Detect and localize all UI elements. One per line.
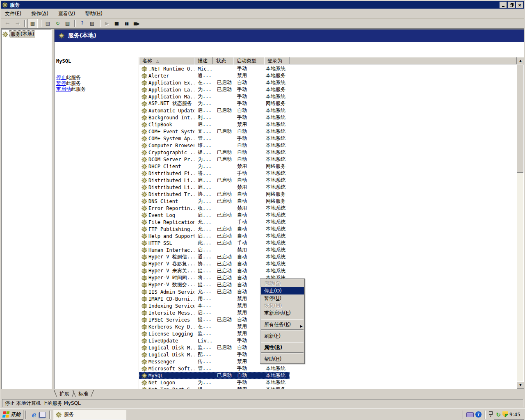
service-startup-type: 自动 xyxy=(233,226,264,233)
help-tray-icon[interactable]: ? xyxy=(474,411,482,419)
service-row[interactable]: HTTP SSL此...已启动手动本地系统 xyxy=(139,240,517,247)
service-row[interactable]: Intersite Mess...启...禁用本地系统 xyxy=(139,309,517,316)
menu-file[interactable]: 文件(F) xyxy=(1,9,25,18)
service-row[interactable]: Logical Disk M...监...已启动自动本地系统 xyxy=(139,344,517,351)
service-row[interactable]: LiveUpdateLiv...手动本地系统 xyxy=(139,337,517,344)
start-button[interactable]: 开始 xyxy=(1,410,23,420)
service-startup-type: 自动 xyxy=(233,372,264,379)
service-row[interactable]: Application Ma...为...手动本地系统 xyxy=(139,93,517,100)
show-hide-console-tree-button[interactable]: ▦ xyxy=(27,19,38,28)
service-row[interactable]: Net Logon为...手动本地系统 xyxy=(139,379,517,386)
scroll-up-button[interactable]: ▲ xyxy=(517,57,524,64)
tab-extended[interactable]: 扩展 xyxy=(54,390,75,397)
service-row[interactable]: IMAPI CD-Burni...用...禁用本地系统 xyxy=(139,295,517,302)
properties-button[interactable]: ▤ xyxy=(43,19,52,28)
menu-help[interactable]: 帮助(H) xyxy=(81,9,106,18)
service-row[interactable]: COM+ System Ap...管...手动本地系统 xyxy=(139,135,517,142)
stop-service-button[interactable]: ■ xyxy=(112,19,121,28)
menu-item-all-tasks[interactable]: 所有任务(K)▶ xyxy=(260,321,304,328)
service-row[interactable]: ASP.NET 状态服务为...手动网络服务 xyxy=(139,100,517,107)
service-row[interactable]: DHCP Client为...禁用网络服务 xyxy=(139,163,517,170)
internet-explorer-icon[interactable]: e xyxy=(29,410,38,419)
service-row[interactable]: Distributed Li...启...已启动自动本地系统 xyxy=(139,177,517,184)
column-header-startup-type[interactable]: 启动类型 xyxy=(233,57,264,64)
restart-service-button[interactable]: ■▶ xyxy=(132,19,141,28)
taskbar-app-button-services[interactable]: 服务 xyxy=(53,410,126,420)
update-arrows-icon[interactable]: ↻ xyxy=(496,412,501,418)
service-row[interactable]: Microsoft Soft...管...手动本地系统 xyxy=(139,365,517,372)
title-bar[interactable]: 服务 × xyxy=(1,1,524,9)
menu-item-stop[interactable]: 停止(O) xyxy=(261,287,304,294)
service-row[interactable]: Hyper-V 来宾关...提...已启动自动本地系统 xyxy=(139,267,517,274)
restart-service-link[interactable]: 重启动 xyxy=(56,86,71,92)
service-row[interactable]: Kerberos Key D...在...禁用本地系统 xyxy=(139,323,517,330)
service-row[interactable]: Help and Support启...已启动自动本地系统 xyxy=(139,233,517,240)
security-shield-icon[interactable] xyxy=(502,411,508,418)
service-row[interactable]: Computer Browser维...自动本地系统 xyxy=(139,142,517,149)
restore-button[interactable] xyxy=(508,2,515,8)
service-row[interactable]: Messenger传...禁用本地系统 xyxy=(139,358,517,365)
service-row[interactable]: .NET Runtime O...Mic...手动本地系统 xyxy=(139,65,517,72)
service-row[interactable]: Distributed Tr...协...已启动自动网络服务 xyxy=(139,191,517,198)
vertical-scrollbar[interactable]: ▲ ▼ xyxy=(517,57,523,389)
service-row[interactable]: Hyper-V 检测信...通...已启动自动本地系统 xyxy=(139,253,517,260)
safely-remove-hardware-icon[interactable] xyxy=(466,411,474,419)
help-button[interactable]: ? xyxy=(78,19,87,28)
service-row[interactable]: Automatic Updates启...已启动自动本地系统 xyxy=(139,107,517,114)
service-row[interactable]: Background Int...利...手动本地系统 xyxy=(139,114,517,121)
service-row-selected[interactable]: MySQL已启动自动本地系统 xyxy=(139,372,290,379)
service-row[interactable]: Distributed Li...启...禁用本地系统 xyxy=(139,184,517,191)
service-row[interactable]: Error Reportin...收...禁用本地系统 xyxy=(139,205,517,212)
service-row[interactable]: Indexing Service本...禁用本地系统 xyxy=(139,302,517,309)
service-row[interactable]: DCOM Server Pr...为...已启动自动本地系统 xyxy=(139,156,517,163)
column-header-name[interactable]: 名称△ xyxy=(139,57,194,64)
menu-item-refresh[interactable]: 刷新(F) xyxy=(260,332,304,340)
service-row[interactable]: Logical Disk M...配...手动本地系统 xyxy=(139,351,517,358)
service-row[interactable]: Application La...为...已启动手动本地服务 xyxy=(139,86,517,93)
service-row[interactable]: Hyper-V 数据交...提...已启动自动本地系统 xyxy=(139,281,517,288)
service-row[interactable]: Human Interfac...启...禁用本地系统 xyxy=(139,247,517,253)
service-row[interactable]: Hyper-V 时间同...将...已启动自动本地系统 xyxy=(139,274,517,281)
service-row[interactable]: License Logging监...禁用本地系统 xyxy=(139,330,517,337)
service-row[interactable]: Event Log启...已启动自动本地系统 xyxy=(139,212,517,219)
service-row[interactable]: DNS Client为...已启动自动网络服务 xyxy=(139,198,517,205)
scroll-down-button[interactable]: ▼ xyxy=(517,381,524,389)
stop-service-link[interactable]: 停止 xyxy=(56,75,66,80)
pause-service-button[interactable]: ▮▮ xyxy=(122,19,131,28)
service-row[interactable]: IPSEC Services提...已启动自动本地系统 xyxy=(139,316,517,323)
show-hide-button[interactable]: ▨ xyxy=(87,19,97,28)
tab-standard[interactable]: 标准 xyxy=(73,390,94,397)
service-row[interactable]: Alerter通...禁用本地服务 xyxy=(139,72,517,79)
service-row[interactable]: File Replication允...手动本地系统 xyxy=(139,219,517,226)
service-row[interactable]: IIS Admin Service允...已启动自动本地系统 xyxy=(139,288,517,295)
menu-action[interactable]: 操作(A) xyxy=(27,9,52,18)
service-row[interactable]: Application Ex...在...已启动自动本地系统 xyxy=(139,79,517,86)
export-list-button[interactable]: ▥ xyxy=(63,19,72,28)
menu-item-restart[interactable]: 重新启动(E) xyxy=(260,309,304,317)
tree-item-services-local[interactable]: 服务(本地) xyxy=(2,31,35,38)
service-row[interactable]: Net.Tcp Port S...提...禁用本地服务 xyxy=(139,386,517,389)
column-header-status[interactable]: 状态 xyxy=(213,57,233,64)
service-row[interactable]: Distributed Fi...将...手动本地系统 xyxy=(139,170,517,177)
service-row[interactable]: COM+ Event System支...已启动自动本地系统 xyxy=(139,128,517,135)
show-hidden-icons-button[interactable]: ▾ xyxy=(487,411,494,419)
menu-view[interactable]: 查看(V) xyxy=(55,9,79,18)
menu-item-pause[interactable]: 暂停(U) xyxy=(260,294,304,302)
service-row[interactable]: ClipBook启...禁用本地系统 xyxy=(139,121,517,128)
refresh-button[interactable]: ↻ xyxy=(53,19,62,28)
close-button[interactable]: × xyxy=(516,2,523,8)
column-header-log-on-as[interactable]: 登录为 xyxy=(264,57,290,64)
service-row[interactable]: Hyper-V 卷影复...协...已启动自动本地系统 xyxy=(139,260,517,267)
service-name: Microsoft Soft... xyxy=(148,366,194,372)
menu-item-help[interactable]: 帮助(H) xyxy=(260,355,304,363)
taskbar-divider2 xyxy=(49,411,51,419)
minimize-button[interactable] xyxy=(500,2,507,8)
service-name: Hyper-V 检测信... xyxy=(148,253,194,260)
service-row[interactable]: FTP Publishing...允...已启动自动本地系统 xyxy=(139,226,517,233)
service-row[interactable]: Cryptographic ...提...已启动自动本地系统 xyxy=(139,149,517,156)
scroll-thumb[interactable] xyxy=(517,64,523,173)
column-header-description[interactable]: 描述 xyxy=(194,57,213,64)
menu-item-properties[interactable]: 属性(R) xyxy=(260,344,304,351)
show-desktop-icon[interactable] xyxy=(38,410,47,419)
pause-service-link[interactable]: 暂停 xyxy=(56,80,66,86)
